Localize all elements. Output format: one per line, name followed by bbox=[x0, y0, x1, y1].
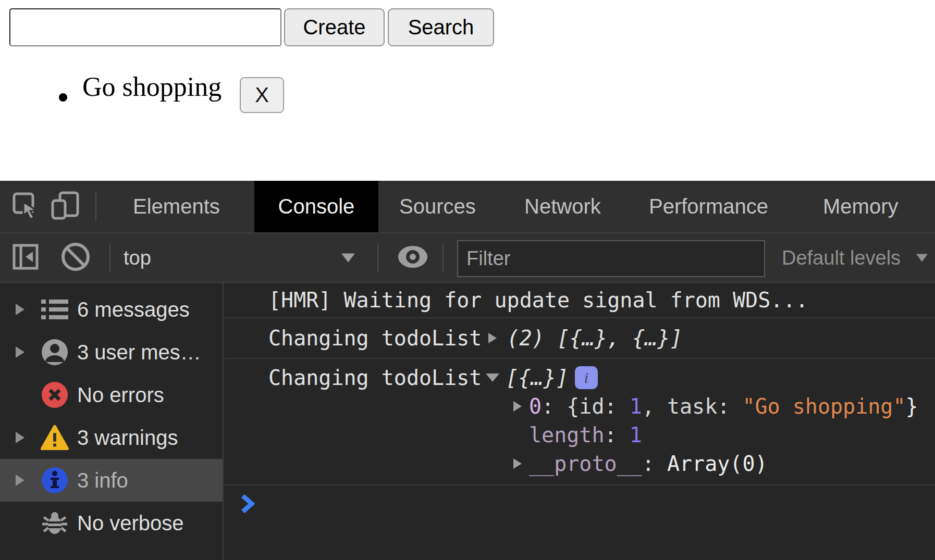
sidebar-label: 3 info bbox=[77, 469, 128, 492]
levels-chevron-down-icon[interactable] bbox=[916, 254, 928, 262]
sidebar-label: No errors bbox=[77, 383, 164, 407]
console-prompt[interactable] bbox=[225, 486, 935, 518]
console-sidebar: 6 messages 3 user mes… bbox=[0, 283, 224, 560]
object-text: : {id: bbox=[542, 394, 630, 418]
toolbar-divider bbox=[377, 243, 378, 272]
tab-console[interactable]: Console bbox=[254, 181, 378, 232]
disclosure-triangle-icon[interactable] bbox=[16, 475, 24, 486]
delete-task-button[interactable]: X bbox=[240, 77, 284, 113]
console-message-hmr: [HMR] Waiting for update signal from WDS… bbox=[225, 283, 935, 318]
user-icon bbox=[41, 338, 69, 366]
object-text: , task: bbox=[642, 394, 743, 418]
number-value: 1 bbox=[630, 423, 642, 447]
context-selector[interactable]: top bbox=[124, 246, 151, 269]
sidebar-label: No verbose bbox=[77, 512, 184, 535]
property-key: __proto__ bbox=[529, 452, 642, 476]
devtools-tabbar: Elements Console Sources Network Perform… bbox=[0, 181, 935, 233]
tree-row-length[interactable]: length: 1 bbox=[268, 420, 935, 449]
disclosure-triangle-icon[interactable] bbox=[488, 333, 497, 343]
dock-side-icon[interactable] bbox=[13, 244, 39, 272]
proto-value: Array(0) bbox=[667, 452, 768, 476]
object-text: } bbox=[906, 394, 918, 418]
eye-icon[interactable] bbox=[397, 245, 428, 271]
tabbar-divider bbox=[95, 192, 96, 221]
sidebar-item-user-messages[interactable]: 3 user mes… bbox=[0, 331, 223, 374]
sidebar-item-messages[interactable]: 6 messages bbox=[0, 288, 223, 331]
log-header-line: Changing todoList [{…}] i bbox=[268, 363, 935, 392]
tab-network[interactable]: Network bbox=[524, 181, 601, 232]
disclosure-triangle-icon[interactable] bbox=[16, 432, 24, 443]
array-preview[interactable]: [{…}] bbox=[506, 366, 568, 390]
tab-elements[interactable]: Elements bbox=[133, 181, 220, 232]
todo-task-text: Go shopping bbox=[82, 71, 222, 102]
sidebar-item-verbose[interactable]: No verbose bbox=[0, 502, 223, 544]
devtools-panel: Elements Console Sources Network Perform… bbox=[0, 181, 935, 560]
log-label: Changing todoList bbox=[268, 326, 482, 350]
tab-sources[interactable]: Sources bbox=[399, 181, 476, 232]
sidebar-label: 3 user mes… bbox=[77, 341, 201, 364]
separator: : bbox=[605, 423, 630, 447]
screen: Create Search Go shopping X Elements bbox=[0, 0, 935, 560]
disclosure-triangle-icon[interactable] bbox=[16, 304, 24, 315]
context-chevron-down-icon[interactable] bbox=[341, 253, 355, 262]
console-message-collapsed: Changing todoList (2) [{…}, {…}] bbox=[225, 318, 935, 359]
sidebar-label: 6 messages bbox=[77, 298, 190, 321]
tree-row-proto[interactable]: __proto__: Array(0) bbox=[268, 449, 935, 478]
disclosure-triangle-icon[interactable] bbox=[513, 458, 522, 469]
info-icon bbox=[41, 466, 69, 494]
console-message-expanded: Changing todoList [{…}] i 0: {id: 1, tas… bbox=[225, 359, 935, 486]
device-toolbar-icon[interactable] bbox=[51, 191, 80, 222]
log-levels-dropdown[interactable]: Default levels bbox=[782, 246, 901, 269]
info-badge-icon[interactable]: i bbox=[575, 366, 598, 389]
sidebar-item-errors[interactable]: No errors bbox=[0, 374, 223, 416]
toolbar-divider bbox=[442, 243, 444, 272]
toolbar-divider bbox=[109, 243, 110, 272]
bug-icon bbox=[41, 509, 69, 537]
search-button[interactable]: Search bbox=[388, 8, 494, 46]
sidebar-item-warnings[interactable]: 3 warnings bbox=[0, 416, 223, 459]
log-label: Changing todoList bbox=[268, 366, 482, 390]
error-icon bbox=[41, 381, 69, 409]
console-body: 6 messages 3 user mes… bbox=[0, 283, 935, 560]
property-key: length bbox=[529, 423, 605, 447]
hmr-text: [HMR] Waiting for update signal from WDS… bbox=[268, 288, 808, 312]
sidebar-label: 3 warnings bbox=[77, 426, 178, 450]
warning-icon bbox=[41, 424, 69, 452]
tab-memory[interactable]: Memory bbox=[823, 181, 898, 232]
array-index: 0 bbox=[529, 394, 542, 418]
message-list-icon bbox=[41, 295, 69, 323]
disclosure-triangle-icon[interactable] bbox=[513, 401, 522, 412]
disclosure-triangle-icon[interactable] bbox=[16, 346, 24, 358]
string-value: "Go shopping" bbox=[742, 394, 905, 418]
disclosure-triangle-down-icon[interactable] bbox=[486, 374, 499, 382]
list-bullet-icon bbox=[59, 93, 67, 102]
create-button[interactable]: Create bbox=[284, 8, 385, 46]
sidebar-item-info[interactable]: 3 info bbox=[0, 459, 223, 502]
console-messages: [HMR] Waiting for update signal from WDS… bbox=[225, 283, 935, 560]
clear-console-icon[interactable] bbox=[60, 242, 91, 274]
console-toolbar: top Default levels bbox=[0, 233, 935, 283]
filter-input[interactable] bbox=[457, 240, 765, 277]
todo-input[interactable] bbox=[9, 8, 281, 46]
array-preview[interactable]: (2) [{…}, {…}] bbox=[507, 326, 682, 350]
tree-row-0[interactable]: 0: {id: 1, task: "Go shopping"} bbox=[268, 392, 935, 420]
prompt-chevron-icon bbox=[240, 494, 255, 514]
inspect-element-icon[interactable] bbox=[13, 192, 38, 221]
number-value: 1 bbox=[630, 394, 642, 418]
separator: : bbox=[642, 452, 667, 476]
tab-performance[interactable]: Performance bbox=[649, 181, 768, 232]
